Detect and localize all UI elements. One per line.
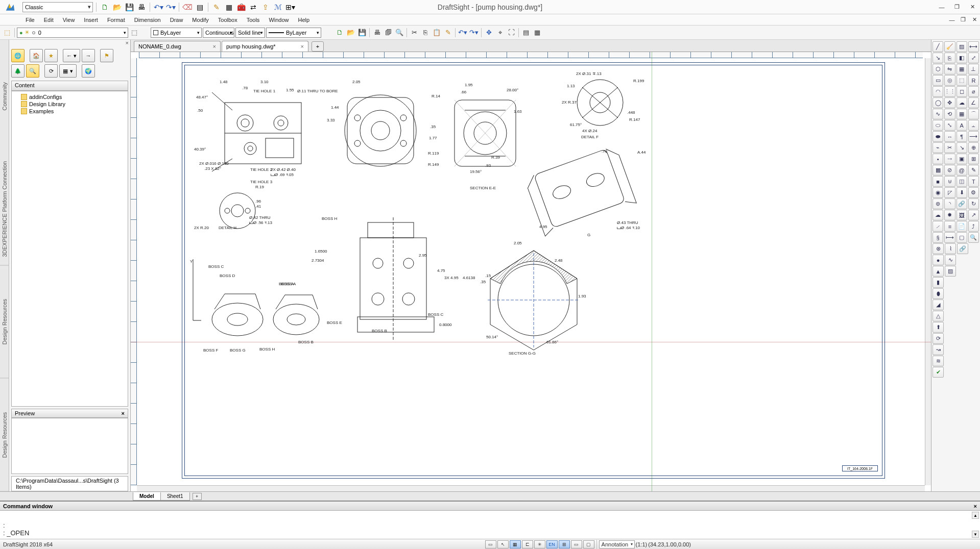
extend-icon[interactable]: ⤑ [944, 154, 955, 164]
cmd-scroll-down-icon[interactable]: ▼ [972, 531, 979, 538]
dim-linear-icon[interactable]: ⟷ [968, 41, 979, 52]
status-ortho-icon[interactable]: ⊏ [522, 540, 533, 548]
status-cursor-icon[interactable]: ▭ [485, 540, 496, 548]
preview-close-icon[interactable]: × [122, 410, 125, 416]
refmgr-icon[interactable]: ▦ [532, 28, 542, 38]
menu-insert[interactable]: Insert [80, 16, 102, 24]
script-icon[interactable]: ℳ [273, 2, 283, 12]
sphere-icon[interactable]: ● [933, 255, 944, 265]
cloud-icon[interactable]: ☁ [957, 97, 967, 108]
cmd-scroll-up-icon[interactable]: ▲ [972, 512, 979, 519]
tab-design-resources-2[interactable]: Design Resources [0, 379, 9, 492]
mdi-minimize-button[interactable]: — [946, 14, 958, 26]
std-new-icon[interactable]: 🗋 [334, 28, 345, 38]
favorites-icon[interactable]: ★ [44, 49, 58, 62]
refresh-icon[interactable]: ⟳ [44, 64, 58, 78]
redo-icon[interactable]: ↷▾ [165, 2, 176, 12]
menu-modify[interactable]: Modify [188, 16, 212, 24]
content-tree[interactable]: addinConfigs Design Library Examples [11, 91, 128, 407]
stretch-icon[interactable]: ↔ [944, 131, 955, 142]
dim-arc-icon[interactable]: ⌒ [968, 109, 979, 119]
line-icon[interactable]: ╱ [933, 41, 943, 52]
polygon-icon[interactable]: ⬡ [933, 64, 943, 74]
rect-icon[interactable]: ▭ [933, 75, 943, 86]
align-icon[interactable]: ≡ [944, 221, 955, 232]
table-draw-icon[interactable]: ▦ [957, 109, 967, 119]
command-input[interactable]: : _OPEN [3, 529, 977, 537]
status-lwt-icon[interactable]: ▭ [571, 540, 582, 548]
paste-icon[interactable]: 📋 [432, 28, 442, 38]
join-icon[interactable]: ⊍ [944, 176, 955, 187]
edit-pline-icon[interactable]: ⌇ [945, 243, 956, 254]
scrollbar-horizontal[interactable] [137, 485, 925, 491]
overflow-icon[interactable]: ⊞▾ [285, 2, 295, 12]
panel-close-icon[interactable]: × [9, 40, 130, 47]
back-icon[interactable]: ← ▾ [63, 49, 80, 62]
revcloud-icon[interactable]: ☁ [933, 210, 943, 220]
gradient-icon[interactable]: ◧ [957, 53, 967, 63]
box-icon[interactable]: ▮ [933, 277, 944, 288]
mdi-close-button[interactable]: ✕ [969, 14, 980, 26]
tree-node-examples[interactable]: Examples [14, 108, 126, 115]
toolbox-icon[interactable]: 🧰 [236, 2, 246, 12]
status-polar-icon[interactable]: ✳ [534, 540, 545, 548]
tab-community[interactable]: Community [0, 40, 9, 153]
canvas[interactable]: 1.48 3.10 48.47° .50 40.39° .78 TIE HOLE… [131, 52, 931, 491]
print-icon[interactable]: 🖶 [136, 2, 147, 12]
flag-icon[interactable]: ⚑ [100, 49, 113, 62]
torus-icon[interactable]: ⊗ [933, 243, 944, 254]
xref-icon[interactable]: 🔗 [957, 198, 967, 209]
menu-dimension[interactable]: Dimension [130, 16, 165, 24]
status-esnap-icon[interactable]: EN [546, 540, 558, 548]
menu-window[interactable]: Window [265, 16, 293, 24]
sweep-icon[interactable]: ↝ [933, 344, 944, 355]
solid-icon[interactable]: ■ [933, 176, 943, 187]
dim-style-icon[interactable]: ⚙ [968, 187, 979, 198]
edit-spline-icon[interactable]: ∿ [945, 255, 956, 265]
arc-icon[interactable]: ◠ [933, 86, 943, 97]
checkmark-icon[interactable]: ✔ [933, 367, 944, 378]
ellipse2-icon[interactable]: ⬬ [933, 131, 943, 142]
find-icon[interactable]: 🔍 [394, 28, 404, 38]
globe-icon[interactable]: 🌍 [82, 64, 95, 78]
tab-3dexperience[interactable]: 3DEXPERIENCE Platform Connection [0, 153, 9, 266]
std-save-icon[interactable]: 💾 [357, 28, 367, 38]
status-qinput-icon[interactable]: ▢ [583, 540, 594, 548]
tab-design-resources-1[interactable]: Design Resources [0, 265, 9, 379]
insert-icon[interactable]: ⬇ [957, 187, 967, 198]
spline-icon[interactable]: ∿ [933, 109, 943, 119]
offset-icon[interactable]: ◎ [944, 75, 955, 86]
wipeout-icon[interactable]: ◻ [957, 86, 967, 97]
new-tab-button[interactable]: + [312, 41, 324, 52]
status-snap-icon[interactable]: ↖ [497, 540, 509, 548]
file-tab-noname[interactable]: NONAME_0.dwg× [134, 41, 221, 52]
match-props-icon[interactable]: ✎ [443, 28, 453, 38]
dim-aligned-icon[interactable]: ⤢ [968, 53, 979, 63]
chamfer-icon[interactable]: ◸ [944, 187, 955, 198]
edit-hatch-icon[interactable]: ▨ [945, 266, 956, 277]
hatch2-icon[interactable]: ▩ [933, 165, 943, 176]
maximize-button[interactable]: ❐ [949, 0, 965, 14]
dim-continue-icon[interactable]: ⟶ [968, 131, 979, 142]
point-icon[interactable]: • [933, 154, 943, 164]
text-icon[interactable]: A [957, 120, 967, 131]
donut-icon[interactable]: ⊚ [933, 198, 943, 209]
workspace-selector[interactable]: Classic [22, 2, 93, 12]
tab-close-icon[interactable]: × [301, 43, 304, 49]
circle-icon[interactable]: ◯ [933, 97, 943, 108]
fillet-icon[interactable]: ◝ [944, 198, 955, 209]
menu-toolbox[interactable]: Toolbox [214, 16, 242, 24]
rebuild-icon[interactable]: ▤ [195, 2, 205, 12]
std-open-icon[interactable]: 📂 [346, 28, 356, 38]
pdf-icon[interactable]: 📄 [957, 221, 967, 232]
tree-node-design-library[interactable]: Design Library [14, 101, 126, 108]
dim-radius-icon[interactable]: R [968, 75, 979, 86]
add-sheet-button[interactable]: + [193, 493, 202, 500]
dim-edit-icon[interactable]: ✎ [968, 165, 979, 176]
home-icon[interactable]: 🏠 [30, 49, 43, 62]
search-view-icon[interactable]: 🔍 [26, 64, 39, 78]
std-redo-icon[interactable]: ↷▾ [469, 28, 479, 38]
mirror-icon[interactable]: ⇋ [944, 64, 955, 74]
ellipse-icon[interactable]: ⬭ [933, 120, 943, 131]
command-close-icon[interactable]: × [974, 503, 977, 509]
